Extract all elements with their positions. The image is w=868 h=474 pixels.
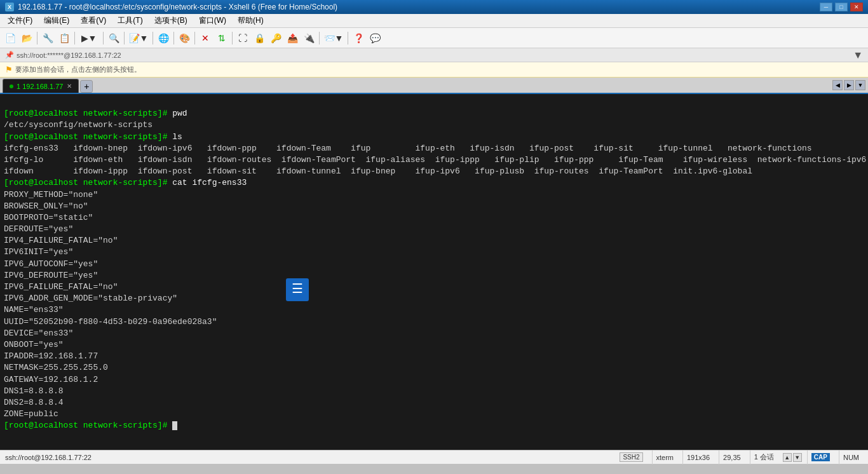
prompt-1: [root@localhost network-scripts]# [4,109,167,118]
plugin-button[interactable]: 🔌 [301,30,316,46]
status-ssh-host: ssh://root@192.168.1.77:22 [5,454,92,461]
connect-dropdown-button[interactable]: ▶▼ [78,30,100,46]
chat-button[interactable]: 💬 [367,30,383,46]
tab-nav-right[interactable]: ▶ [844,80,854,90]
nav-up-button[interactable]: ▲ [783,453,792,462]
toolbar-separator-4 [124,32,125,44]
menu-window[interactable]: 窗口(W) [194,14,231,27]
duplicate-button[interactable]: 📋 [57,30,72,46]
ssh2-badge: SSH2 [620,452,642,462]
notice-icon: ⚑ [5,65,13,74]
menu-edit[interactable]: 编辑(E) [39,14,74,27]
status-sessions-seg: 1 会话 [750,450,778,464]
toolbar-separator-10 [348,32,348,44]
session-bar: 📌 ssh://root:******@192.168.1.77:22 ▼ [0,48,868,62]
tab-close-button[interactable]: ✕ [67,83,72,90]
send-button[interactable]: 📨▼ [322,30,345,46]
nav-down-button[interactable]: ▼ [793,453,802,462]
tab-nav-down[interactable]: ▼ [855,80,865,90]
session-count: 1 会话 [754,452,774,462]
tab-status-dot [10,85,13,88]
out-ipv6init: IPV6INIT="yes" [4,247,73,257]
status-bar: ssh://root@192.168.1.77:22 SSH2 xterm 19… [0,450,868,464]
status-terminal-seg: xterm [652,450,678,464]
status-dimensions-seg: 191x36 [682,450,714,464]
maximize-button[interactable]: □ [835,3,848,11]
lock-button[interactable]: 🔒 [252,30,267,46]
window-controls[interactable]: ─ □ ✕ [820,3,863,11]
window-title: 192.168.1.77 - root@localhost:/etc/sysco… [18,3,337,11]
key-button[interactable]: 🔑 [268,30,283,46]
fullscreen-button[interactable]: ⛶ [235,30,250,46]
globe-button[interactable]: 🌐 [156,30,171,46]
notice-text: 要添加当前会话，点击左侧的箭头按钮。 [15,65,141,74]
tab-navigation: ◀ ▶ ▼ [832,80,865,90]
menu-bar: 文件(F) 编辑(E) 查看(V) 工具(T) 选项卡(B) 窗口(W) 帮助(… [0,14,868,28]
out-zone: ZONE=public [4,409,58,419]
terminal-type: xterm [656,454,674,461]
new-session-button[interactable]: 📄 [3,30,18,46]
properties-button[interactable]: 🔧 [40,30,55,46]
toolbar-separator-9 [319,32,320,44]
cmd-2: ls [167,132,182,142]
menu-tools[interactable]: 工具(T) [112,14,147,27]
menu-help[interactable]: 帮助(H) [233,14,269,27]
status-cursor-seg: 29,35 [719,450,745,464]
tab-nav-left[interactable]: ◀ [832,80,843,90]
notice-bar: ⚑ 要添加当前会话，点击左侧的箭头按钮。 [0,62,868,78]
close-button[interactable]: ✕ [850,3,863,11]
ls-line1: ifcfg-ens33 ifdown-bnep ifdown-ipv6 ifdo… [4,144,812,153]
tab-1[interactable]: 1 192.168.1.77 ✕ [3,79,79,93]
xftp-button[interactable]: ⇅ [214,30,229,46]
toolbar: 📄 📂 🔧 📋 ▶▼ 🔍 📝▼ 🌐 🎨 ✕ ⇅ ⛶ 🔒 🔑 📤 🔌 📨▼ ❓ 💬 [0,28,868,48]
toolbar-separator-2 [74,32,75,44]
tab-bar: 1 192.168.1.77 ✕ + ◀ ▶ ▼ [0,78,868,94]
ls-line3: ifdown ifdown-ippp ifdown-post ifdown-si… [4,166,752,176]
compose-button[interactable]: 📝▼ [127,30,150,46]
num-badge: NUM [843,454,859,461]
out-onboot: ONBOOT="yes" [4,340,64,349]
session-icon: 📌 [5,51,14,59]
terminal-dimensions: 191x36 [687,454,710,461]
out-ipv6fatal: IPV6_FAILURE_FATAL="no" [4,282,118,292]
toolbar-separator-3 [103,32,104,44]
out-defroute: DEFROUTE="yes" [4,224,73,234]
transfer-button[interactable]: 📤 [285,30,300,46]
search-button[interactable]: 🔍 [106,30,121,46]
out-ipv6addrgen: IPV6_ADDR_GEN_MODE="stable-privacy" [4,294,177,303]
menu-view[interactable]: 查看(V) [76,14,111,27]
status-nav-arrows: ▲ ▼ [783,453,802,462]
tab-add-button[interactable]: + [80,80,93,93]
menu-file[interactable]: 文件(F) [3,14,37,27]
status-protocol-seg: SSH2 [616,450,646,464]
out-gateway: GATEWAY=192.168.1.2 [4,375,98,384]
out-browser: BROWSER_ONLY="no" [4,201,88,211]
out-name: NAME="ens33" [4,305,64,315]
out-uuid: UUID="52052b90-f880-4d53-b029-0a96ede028… [4,317,217,327]
out-bootproto: BOOTPROTO="static" [4,213,93,222]
cmd-3: cat ifcfg-ens33 [167,178,247,187]
app-icon: X [5,3,14,11]
help-button[interactable]: ❓ [351,30,366,46]
terminal-window[interactable]: [root@localhost network-scripts]# pwd /e… [0,94,868,450]
out-proxy: PROXY_METHOD="none" [4,190,98,200]
floating-compose-icon[interactable]: ☰ [286,278,309,301]
out-device: DEVICE="ens33" [4,328,73,338]
terminal-cursor [172,421,177,430]
minimize-button[interactable]: ─ [820,3,832,11]
output-pwd: /etc/sysconfig/network-scripts [4,120,153,130]
session-collapse-button[interactable]: ▼ [853,50,863,61]
open-button[interactable]: 📂 [19,30,34,46]
out-ipv4fatal: IPV4_FAILURE_FATAL="no" [4,236,118,245]
color-button[interactable]: 🎨 [177,30,192,46]
xmanager-button[interactable]: ✕ [198,30,213,46]
menu-tabs[interactable]: 选项卡(B) [149,14,193,27]
toolbar-separator-1 [37,32,37,44]
cursor-position: 29,35 [723,454,741,461]
title-bar-left: X 192.168.1.77 - root@localhost:/etc/sys… [5,3,337,11]
toolbar-separator-5 [153,32,153,44]
status-num-seg: NUM [839,450,863,464]
status-right: SSH2 xterm 191x36 29,35 1 会话 ▲ ▼ CAP NUM [616,450,863,464]
cap-badge: CAP [811,453,830,461]
out-netmask: NETMASK=255.255.255.0 [4,363,108,372]
